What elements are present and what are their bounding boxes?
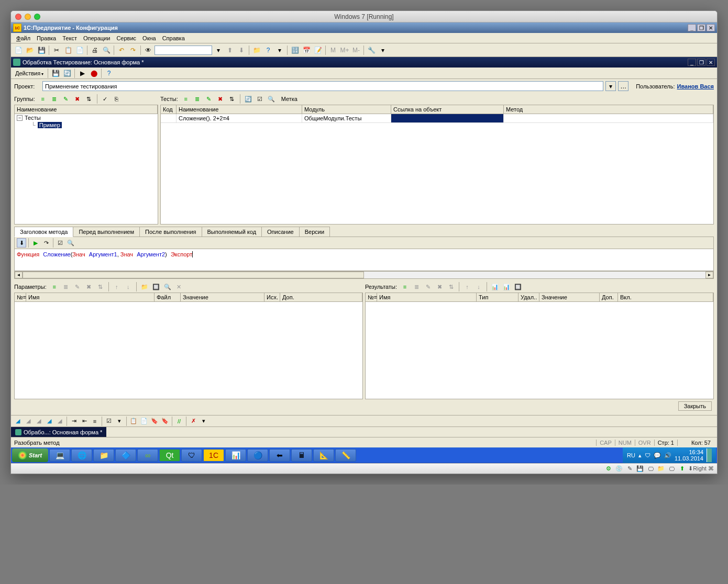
start-button[interactable]: Start xyxy=(12,448,48,462)
bt-icon-4[interactable]: ◢ xyxy=(45,417,54,426)
menu-edit[interactable]: Правка xyxy=(34,34,59,42)
vm-icon-1[interactable]: ⚙ xyxy=(604,465,613,473)
tab-after[interactable]: После выполнения xyxy=(139,227,202,237)
code-run-button[interactable]: ▶ xyxy=(31,238,40,248)
bt-icon-5[interactable]: ◢ xyxy=(55,417,64,426)
tree-root[interactable]: − Тесты xyxy=(15,114,158,121)
calc-button[interactable]: 🔢 xyxy=(290,45,300,55)
params-edit-button[interactable]: ✎ xyxy=(73,282,82,291)
project-select-button[interactable]: … xyxy=(618,81,628,91)
menu-operations[interactable]: Операции xyxy=(80,34,113,42)
app-close-button[interactable]: ✕ xyxy=(707,24,715,31)
task-qt[interactable]: Qt xyxy=(159,449,180,462)
bt-check-drop-button[interactable]: ▾ xyxy=(115,417,124,426)
close-button[interactable]: Закрыть xyxy=(678,401,712,411)
results-chart1-button[interactable]: 📊 xyxy=(490,282,500,291)
dropdown-button[interactable]: ▾ xyxy=(213,45,224,55)
task-app6[interactable]: 📐 xyxy=(313,449,334,462)
results-chart2-button[interactable]: 📊 xyxy=(502,282,511,291)
find-button[interactable]: 👁 xyxy=(143,45,153,55)
tree-child[interactable]: └ Пример xyxy=(15,121,158,129)
params-level-button[interactable]: ⇅ xyxy=(96,282,105,291)
bt-drop-button[interactable]: ▾ xyxy=(199,417,208,426)
redo-button[interactable]: ↷ xyxy=(128,45,138,55)
task-app5[interactable]: ⬅ xyxy=(269,449,290,462)
tests-edit-button[interactable]: ✎ xyxy=(204,94,214,104)
results-add-button[interactable]: ≡ xyxy=(400,282,410,291)
code-scrollbar[interactable]: ◄ ► xyxy=(14,271,714,279)
task-explorer[interactable]: 💻 xyxy=(49,449,70,462)
bt-uncomment-button[interactable]: ✗ xyxy=(189,417,198,426)
results-del-button[interactable]: ✖ xyxy=(435,282,444,291)
params-search-button[interactable]: 🔍 xyxy=(163,282,172,291)
menu-windows[interactable]: Окна xyxy=(139,34,159,42)
doc-restore-button[interactable]: ❐ xyxy=(697,59,705,66)
cut-button[interactable]: ✂ xyxy=(51,45,62,55)
code-editor[interactable]: Функция Сложение(Знач Аргумент1, Знач Ар… xyxy=(14,249,714,271)
params-del-button[interactable]: ✖ xyxy=(84,282,94,291)
calendar-button[interactable]: 📅 xyxy=(301,45,312,55)
config-button[interactable]: 📁 xyxy=(251,45,262,55)
menu-text[interactable]: Текст xyxy=(59,34,80,42)
search-input[interactable] xyxy=(155,46,212,55)
menu-help[interactable]: Справка xyxy=(159,34,188,42)
doc-minimize-button[interactable]: _ xyxy=(688,59,696,66)
tray-icon-1[interactable]: 🛡 xyxy=(645,452,650,458)
save-button[interactable]: 💾 xyxy=(36,45,47,55)
vm-icon-3[interactable]: ✎ xyxy=(625,465,634,473)
doc-save-button[interactable]: 💾 xyxy=(50,68,61,78)
doc-refresh-button[interactable]: 🔄 xyxy=(62,68,72,78)
vm-icon-4[interactable]: 💾 xyxy=(636,465,644,473)
task-app4[interactable]: 🔵 xyxy=(247,449,268,462)
groups-del-button[interactable]: ✖ xyxy=(73,94,82,104)
help-drop-button[interactable]: ▾ xyxy=(274,45,285,55)
tests-level-button[interactable]: ⇅ xyxy=(227,94,237,104)
find-prev-button[interactable]: ⬆ xyxy=(225,45,235,55)
tab-versions[interactable]: Версии xyxy=(299,227,330,237)
results-edit-button[interactable]: ✎ xyxy=(423,282,433,291)
task-1c[interactable]: 1C xyxy=(203,449,224,462)
copy-button[interactable]: 📋 xyxy=(63,45,73,55)
open-button[interactable]: 📂 xyxy=(25,45,35,55)
code-step-button[interactable]: ↷ xyxy=(41,238,51,248)
tree-collapse-icon[interactable]: − xyxy=(17,115,23,121)
code-search-button[interactable]: 🔍 xyxy=(66,238,75,248)
project-input[interactable]: Применение тестирования xyxy=(42,81,603,91)
tests-search-button[interactable]: 🔍 xyxy=(267,94,276,104)
groups-edit-button[interactable]: ✎ xyxy=(61,94,71,104)
tab-before[interactable]: Перед выполнением xyxy=(73,227,140,237)
tab-code[interactable]: Выполняемый код xyxy=(202,227,262,237)
menu-file[interactable]: Файл xyxy=(13,34,34,42)
params-view-button[interactable]: 🔲 xyxy=(151,282,161,291)
tests-add-button[interactable]: ≡ xyxy=(181,94,191,104)
bt-comment-button[interactable]: // xyxy=(174,417,184,426)
preview-button[interactable]: 🔍 xyxy=(101,45,112,55)
tests-check-button[interactable]: ☑ xyxy=(255,94,264,104)
help-button[interactable]: ? xyxy=(263,45,273,55)
results-view-button[interactable]: 🔲 xyxy=(513,282,523,291)
print-button[interactable]: 🖨 xyxy=(90,45,100,55)
params-add-button[interactable]: ≡ xyxy=(50,282,59,291)
clock[interactable]: 16:34 11.03.2014 xyxy=(675,449,703,462)
project-drop-button[interactable]: ▾ xyxy=(605,81,616,91)
undo-button[interactable]: ↶ xyxy=(116,45,127,55)
user-link[interactable]: Иванов Вася xyxy=(677,83,714,89)
results-grid[interactable] xyxy=(366,302,713,399)
bt-list-button[interactable]: ≡ xyxy=(90,417,100,426)
tests-copy-button[interactable]: ≣ xyxy=(193,94,202,104)
tests-refresh-button[interactable]: 🔄 xyxy=(244,94,253,104)
task-app1[interactable]: 🔷 xyxy=(115,449,136,462)
bt-icon-3[interactable]: ◢ xyxy=(34,417,43,426)
m-plus-button[interactable]: M+ xyxy=(339,45,350,55)
bt-check-button[interactable]: ☑ xyxy=(104,417,114,426)
tab-desc[interactable]: Описание xyxy=(261,227,300,237)
vm-icon-6[interactable]: 📁 xyxy=(657,465,665,473)
doc-close-button[interactable]: ✕ xyxy=(707,59,715,66)
task-calc[interactable]: 🖩 xyxy=(291,449,312,462)
tests-del-button[interactable]: ✖ xyxy=(216,94,225,104)
bt-paste-button[interactable]: 📄 xyxy=(139,417,149,426)
bt-outdent-button[interactable]: ⇤ xyxy=(80,417,89,426)
vm-icon-5[interactable]: 🖵 xyxy=(646,465,655,473)
tray-expand-icon[interactable]: ▴ xyxy=(638,452,642,459)
params-grid[interactable] xyxy=(15,302,362,399)
